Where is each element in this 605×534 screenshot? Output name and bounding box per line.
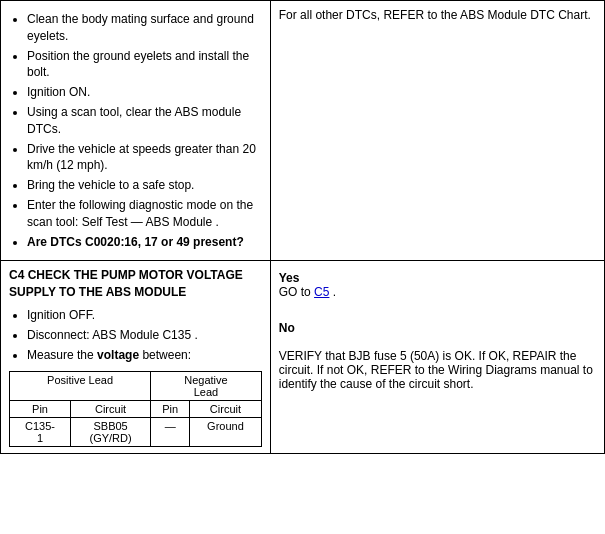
- cell-circuit-neg: Ground: [190, 418, 262, 447]
- col-circuit-pos: Circuit: [71, 401, 151, 418]
- col-pin-neg: Pin: [151, 401, 190, 418]
- cell-pin-pos: C135-1: [10, 418, 71, 447]
- main-table: Clean the body mating surface and ground…: [0, 0, 605, 454]
- cell-pin-neg: —: [151, 418, 190, 447]
- list-item: Are DTCs C0020:16, 17 or 49 present?: [27, 234, 262, 251]
- list-item: Disconnect: ABS Module C135 .: [27, 327, 262, 344]
- bottom-left-cell: C4 CHECK THE PUMP MOTOR VOLTAGE SUPPLY T…: [1, 261, 271, 454]
- bottom-right-cell: Yes GO to C5 . No VERIFY that BJB fuse 5…: [270, 261, 604, 454]
- list-item: Ignition ON.: [27, 84, 262, 101]
- list-item: Position the ground eyelets and install …: [27, 48, 262, 82]
- no-label: No: [279, 321, 596, 335]
- list-item: Measure the voltage between:: [27, 347, 262, 364]
- col-circuit-neg: Circuit: [190, 401, 262, 418]
- list-item: Bring the vehicle to a safe stop.: [27, 177, 262, 194]
- positive-lead-header: Positive Lead: [10, 372, 151, 401]
- list-item: Ignition OFF.: [27, 307, 262, 324]
- go-to-text: GO to C5 .: [279, 285, 336, 299]
- yes-no-block: Yes GO to C5 . No VERIFY that BJB fuse 5…: [279, 271, 596, 391]
- top-right-text: For all other DTCs, REFER to the ABS Mod…: [279, 7, 596, 24]
- col-pin-pos: Pin: [10, 401, 71, 418]
- negative-lead-header: NegativeLead: [151, 372, 262, 401]
- list-item: Drive the vehicle at speeds greater than…: [27, 141, 262, 175]
- no-description: VERIFY that BJB fuse 5 (50A) is OK. If O…: [279, 349, 593, 391]
- top-left-list: Clean the body mating surface and ground…: [9, 11, 262, 250]
- bottom-left-list: Ignition OFF. Disconnect: ABS Module C13…: [9, 307, 262, 363]
- top-right-cell: For all other DTCs, REFER to the ABS Mod…: [270, 1, 604, 261]
- cell-circuit-pos: SBB05(GY/RD): [71, 418, 151, 447]
- top-left-cell: Clean the body mating surface and ground…: [1, 1, 271, 261]
- list-item: Clean the body mating surface and ground…: [27, 11, 262, 45]
- measurement-table: Positive Lead NegativeLead Pin Circuit P…: [9, 371, 262, 447]
- c5-link[interactable]: C5: [314, 285, 329, 299]
- list-item: Enter the following diagnostic mode on t…: [27, 197, 262, 231]
- yes-label: Yes: [279, 271, 300, 285]
- list-item: Using a scan tool, clear the ABS module …: [27, 104, 262, 138]
- bold-voltage: voltage: [97, 348, 139, 362]
- section-header: C4 CHECK THE PUMP MOTOR VOLTAGE SUPPLY T…: [9, 267, 262, 301]
- bold-question: Are DTCs C0020:16, 17 or 49 present?: [27, 235, 244, 249]
